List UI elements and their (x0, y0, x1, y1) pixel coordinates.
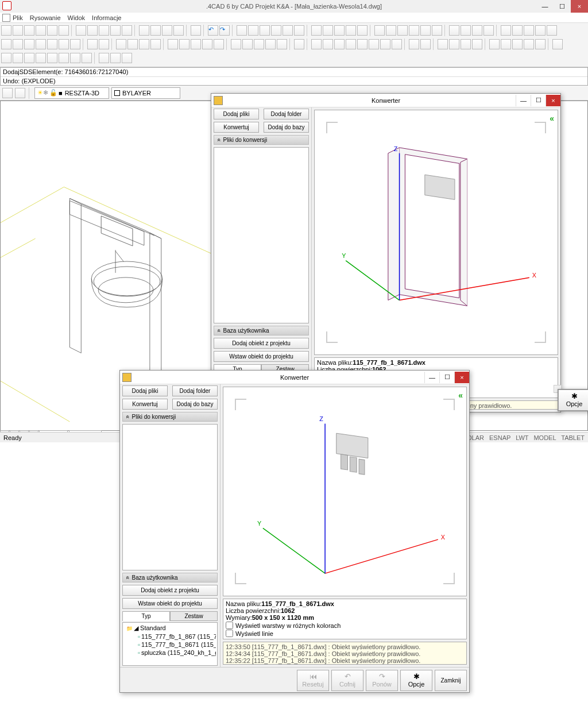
tool-4f[interactable] (501, 39, 511, 49)
tool-open[interactable] (13, 25, 23, 36)
tool-2v[interactable] (265, 39, 276, 49)
tool-2u[interactable] (254, 39, 264, 49)
tool-2g[interactable] (70, 39, 80, 49)
btn-konwertuj-2[interactable]: Konwertuj (122, 399, 168, 410)
tool-3h[interactable] (392, 39, 402, 49)
tool-y3[interactable] (524, 25, 534, 36)
tool-zoom5[interactable] (283, 25, 293, 36)
tool-y1[interactable] (501, 25, 511, 36)
menu-plik[interactable]: Plik (13, 14, 23, 21)
tool-2n[interactable] (168, 39, 178, 49)
tab-typ-2[interactable]: Typ (122, 611, 170, 621)
btn-wstaw-obiekt[interactable]: Wstaw obiekt do projektu (214, 351, 309, 362)
btn-zamknij[interactable]: Zamknij (435, 670, 467, 691)
tool-4a[interactable] (438, 39, 448, 49)
btn-dodaj-folder-2[interactable]: Dodaj folder (172, 385, 218, 396)
tree-item-1b[interactable]: 115_777_fb_1_867 (115_777... (124, 632, 216, 641)
tool-2w[interactable] (277, 39, 287, 49)
section-pliki[interactable]: Pliki do konwersji (214, 135, 309, 145)
tool-y2[interactable] (512, 25, 523, 36)
doc-icon[interactable] (2, 14, 10, 22)
tool-2x[interactable] (294, 39, 304, 49)
tool-w1[interactable] (374, 25, 385, 36)
tool-zoom2[interactable] (248, 25, 258, 36)
maximize-button[interactable]: ☐ (554, 0, 571, 13)
tool-2l[interactable] (139, 39, 149, 49)
zoom-icon[interactable]: « (550, 114, 554, 123)
tool-x3[interactable] (472, 25, 482, 36)
ind-tablet[interactable]: TABLET (561, 434, 585, 441)
ind-model[interactable]: MODEL (533, 434, 556, 441)
tab-zestaw-2[interactable]: Zestaw (170, 611, 218, 621)
btn-konwertuj[interactable]: Konwertuj (214, 122, 259, 133)
chk-linie-2[interactable]: Wyświetl linie (226, 630, 464, 637)
btn-dodaj-obiekt-2[interactable]: Dodaj obiekt z projektu (122, 585, 218, 596)
tool-v2[interactable] (323, 25, 333, 36)
tool-2a[interactable] (1, 39, 11, 49)
layer-select[interactable]: ☀❄🔓■ RESZTA-3D (34, 87, 109, 99)
tool-5g[interactable] (70, 53, 80, 63)
btn-dodaj-pliki-2[interactable]: Dodaj pliki (122, 385, 168, 396)
linestyle-select[interactable]: BYLAYER (111, 87, 180, 99)
tool-w5[interactable] (420, 25, 431, 36)
layer-tool-2[interactable] (15, 88, 25, 98)
preview-2[interactable]: « X Y Z (223, 387, 467, 596)
konwerter-min-2[interactable]: — (424, 372, 439, 383)
tool-new[interactable] (1, 25, 11, 36)
layer-tool-1[interactable] (2, 88, 13, 98)
tool-y5[interactable] (547, 25, 557, 36)
tool-w2[interactable] (386, 25, 396, 36)
tool-5f[interactable] (59, 53, 69, 63)
konwerter-max[interactable]: ☐ (531, 95, 546, 106)
tool-zoom6[interactable] (294, 25, 304, 36)
tool-4e[interactable] (489, 39, 500, 49)
menu-widok[interactable]: Widok (68, 14, 86, 21)
tool-3b[interactable] (323, 39, 333, 49)
btn-opcje-1[interactable]: ✱Opcje (558, 389, 588, 411)
tool-4j[interactable] (552, 39, 563, 49)
btn-dodaj-pliki[interactable]: Dodaj pliki (214, 109, 259, 119)
ind-lwt[interactable]: LWT (516, 434, 528, 441)
tool-2m[interactable] (150, 39, 161, 49)
tool-x1[interactable] (449, 25, 459, 36)
tool-h[interactable] (162, 25, 172, 36)
tool-f[interactable] (139, 25, 149, 36)
tool-2c[interactable] (24, 39, 34, 49)
tool-3i[interactable] (409, 39, 419, 49)
tool-3f[interactable] (369, 39, 379, 49)
btn-dodaj-folder[interactable]: Dodaj folder (264, 109, 309, 119)
tool-v3[interactable] (334, 25, 345, 36)
konwerter-close-2[interactable]: × (454, 372, 469, 383)
tool-b[interactable] (87, 25, 98, 36)
command-window[interactable]: DodajSDSElement(e: 716436016:72127040) U… (0, 67, 588, 86)
konwerter-titlebar[interactable]: Konwerter — ☐ × (211, 94, 560, 107)
btn-dodaj-obiekt[interactable]: Dodaj obiekt z projektu (214, 338, 309, 349)
tool-5h[interactable] (82, 53, 92, 63)
tool-3c[interactable] (334, 39, 345, 49)
menu-rysowanie[interactable]: Rysowanie (30, 14, 61, 21)
baza-tree-2[interactable]: ◢ Standard 115_777_fb_1_867 (115_777... … (122, 622, 218, 666)
tool-3g[interactable] (380, 39, 390, 49)
tool-5k[interactable] (122, 53, 132, 63)
konwerter-min[interactable]: — (516, 95, 531, 106)
konwerter-titlebar-2[interactable]: Konwerter — ☐ × (120, 371, 469, 384)
tree-root-2[interactable]: ◢ Standard (124, 624, 216, 632)
tool-v1[interactable] (311, 25, 322, 36)
tool-w4[interactable] (409, 25, 419, 36)
tool-x4[interactable] (483, 25, 494, 36)
tree-item-2b[interactable]: 115_777_fb_1_8671 (115_77... (124, 641, 216, 649)
section-baza-2[interactable]: Baza użytkownika (122, 573, 218, 583)
preview-1[interactable]: « X (314, 110, 558, 355)
tool-2t[interactable] (242, 39, 253, 49)
tool-3a[interactable] (311, 39, 322, 49)
tool-e[interactable] (122, 25, 132, 36)
tool-4h[interactable] (524, 39, 534, 49)
tool-w6[interactable] (432, 25, 442, 36)
ind-esnap[interactable]: ESNAP (489, 434, 510, 441)
tool-4b[interactable] (449, 39, 459, 49)
section-baza[interactable]: Baza użytkownika (214, 326, 309, 335)
tool-3j[interactable] (420, 39, 431, 49)
tool-2i[interactable] (99, 39, 109, 49)
tool-4i[interactable] (535, 39, 546, 49)
tool-i[interactable] (173, 25, 184, 36)
